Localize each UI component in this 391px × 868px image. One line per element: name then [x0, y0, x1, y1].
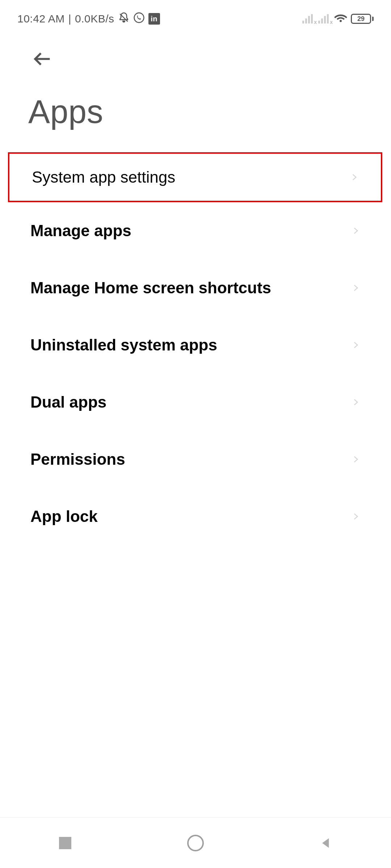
chevron-right-icon — [351, 397, 361, 407]
item-label: Manage apps — [30, 222, 131, 240]
chevron-right-icon — [351, 340, 361, 350]
status-left: 10:42 AM | 0.0KB/s in — [17, 12, 160, 26]
item-label: Dual apps — [30, 393, 106, 411]
triangle-left-icon — [319, 836, 333, 850]
settings-list: System app settings Manage apps Manage H… — [0, 152, 391, 545]
battery-icon: 29 — [351, 14, 374, 24]
svg-point-1 — [134, 13, 144, 22]
status-net-speed: 0.0KB/s — [75, 13, 114, 25]
item-app-lock[interactable]: App lock — [0, 488, 391, 545]
item-label: App lock — [30, 507, 98, 526]
svg-marker-3 — [322, 838, 329, 848]
nav-home-button[interactable] — [183, 830, 208, 856]
item-label: Manage Home screen shortcuts — [30, 279, 271, 297]
chevron-right-icon — [351, 226, 361, 235]
whatsapp-icon — [133, 12, 145, 26]
signal-1-icon: x — [302, 14, 315, 24]
nav-back-button[interactable] — [313, 830, 339, 856]
square-icon — [59, 837, 71, 849]
status-bar: 10:42 AM | 0.0KB/s in x x 29 — [0, 0, 391, 38]
status-time: 10:42 AM — [17, 13, 65, 25]
item-dual-apps[interactable]: Dual apps — [0, 374, 391, 431]
chevron-right-icon — [351, 455, 361, 464]
item-label: Permissions — [30, 450, 125, 468]
dnd-icon — [118, 12, 130, 26]
item-manage-apps[interactable]: Manage apps — [0, 202, 391, 259]
chevron-right-icon — [351, 283, 361, 293]
battery-level: 29 — [351, 14, 371, 24]
linkedin-icon: in — [148, 13, 160, 25]
item-label: Uninstalled system apps — [30, 336, 217, 354]
item-uninstalled-system-apps[interactable]: Uninstalled system apps — [0, 316, 391, 374]
item-manage-home-screen-shortcuts[interactable]: Manage Home screen shortcuts — [0, 259, 391, 316]
chevron-right-icon — [351, 512, 361, 521]
android-nav-bar — [0, 817, 391, 868]
page-title: Apps — [0, 69, 391, 152]
circle-icon — [187, 835, 204, 851]
highlight-box: System app settings — [8, 152, 382, 202]
item-permissions[interactable]: Permissions — [0, 431, 391, 488]
back-button[interactable] — [32, 49, 51, 69]
signal-2-icon: x — [318, 14, 331, 24]
item-system-app-settings[interactable]: System app settings — [9, 154, 381, 201]
status-right: x x 29 — [302, 11, 374, 27]
item-label: System app settings — [32, 168, 175, 186]
nav-recents-button[interactable] — [52, 830, 78, 856]
status-sep: | — [68, 13, 71, 25]
chevron-right-icon — [350, 173, 359, 182]
wifi-icon — [334, 11, 347, 27]
